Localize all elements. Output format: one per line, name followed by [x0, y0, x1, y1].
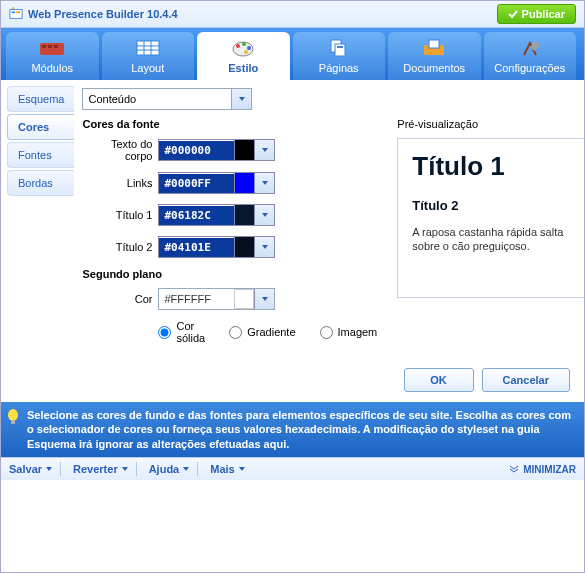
check-icon	[508, 9, 518, 19]
chevron-down-icon	[261, 212, 269, 218]
radio-image[interactable]: Imagem	[320, 320, 378, 344]
layout-icon	[134, 37, 162, 59]
hint-bar: Selecione as cores de fundo e das fontes…	[1, 402, 584, 457]
svg-point-16	[244, 50, 248, 54]
preview-title: Pré-visualização	[397, 118, 585, 130]
chevron-down-icon	[238, 96, 246, 102]
svg-rect-1	[12, 11, 16, 13]
pages-icon	[325, 37, 353, 59]
links-input[interactable]	[159, 174, 234, 193]
app-title: Web Presence Builder 10.4.4	[28, 8, 178, 20]
title2-input[interactable]	[159, 238, 234, 257]
body-text-input[interactable]	[159, 141, 234, 160]
tab-pages[interactable]: Páginas	[293, 32, 386, 80]
main-area: Esquema Cores Fontes Bordas Cores da fon…	[1, 80, 584, 356]
bg-type-radios: Cor sólida Gradiente Imagem	[158, 320, 377, 344]
chevron-down-icon	[182, 466, 190, 472]
title1-label: Título 1	[82, 209, 152, 221]
ok-button[interactable]: OK	[404, 368, 474, 392]
radio-gradient[interactable]: Gradiente	[229, 320, 295, 344]
footer-bar: Salvar Reverter Ajuda Mais MINIMIZAR	[1, 457, 584, 480]
minimize-button[interactable]: MINIMIZAR	[509, 464, 576, 475]
preview-box: Título 1 Título 2 A raposa castanha rápi…	[397, 138, 585, 298]
main-tabs: Módulos Layout Estilo Páginas Documentos…	[1, 28, 584, 80]
sidebar-item-scheme[interactable]: Esquema	[7, 86, 74, 112]
field-links: Links	[82, 172, 377, 194]
publish-label: Publicar	[522, 8, 565, 20]
dropdown-arrow-button[interactable]	[231, 89, 251, 109]
tab-documents[interactable]: Documentos	[388, 32, 481, 80]
tab-settings[interactable]: Configurações	[484, 32, 577, 80]
sidebar: Esquema Cores Fontes Bordas	[1, 80, 74, 356]
body-text-label: Texto do corpo	[82, 138, 152, 162]
publish-button[interactable]: Publicar	[497, 4, 576, 24]
sidebar-item-fonts[interactable]: Fontes	[7, 142, 74, 168]
chevron-down-icon	[261, 244, 269, 250]
footer-revert[interactable]: Reverter	[73, 462, 137, 476]
title2-picker-button[interactable]	[254, 237, 274, 257]
svg-rect-3	[40, 43, 64, 55]
chevron-down-icon	[121, 466, 129, 472]
hint-text: Selecione as cores de fundo e das fontes…	[27, 409, 571, 450]
svg-rect-19	[337, 46, 343, 48]
background-title: Segundo plano	[82, 268, 377, 280]
footer-help[interactable]: Ajuda	[149, 462, 199, 476]
title1-input[interactable]	[159, 206, 234, 225]
lightbulb-icon	[6, 408, 20, 426]
svg-rect-5	[48, 45, 52, 48]
tab-style[interactable]: Estilo	[197, 32, 290, 80]
app-icon	[9, 7, 23, 21]
titlebar: Web Presence Builder 10.4.4 Publicar	[1, 1, 584, 28]
chevron-down-icon	[45, 466, 53, 472]
preview-h1: Título 1	[412, 151, 585, 182]
field-body-text: Texto do corpo	[82, 138, 377, 162]
links-label: Links	[82, 177, 152, 189]
chevron-down-icon	[261, 147, 269, 153]
svg-rect-23	[11, 420, 15, 424]
chevron-down-icon	[238, 466, 246, 472]
tab-modules[interactable]: Módulos	[6, 32, 99, 80]
svg-point-13	[236, 44, 240, 48]
footer-save[interactable]: Salvar	[9, 462, 61, 476]
title2-swatch[interactable]	[234, 237, 254, 257]
modules-icon	[38, 37, 66, 59]
svg-rect-6	[54, 45, 58, 48]
title1-swatch[interactable]	[234, 205, 254, 225]
font-colors-title: Cores da fonte	[82, 118, 377, 130]
content-panel: Cores da fonte Texto do corpo Links	[74, 80, 585, 356]
svg-rect-18	[335, 44, 345, 56]
bg-color-swatch[interactable]	[234, 289, 254, 309]
field-title2: Título 2	[82, 236, 377, 258]
svg-point-14	[242, 42, 246, 46]
content-dropdown[interactable]	[82, 88, 252, 110]
bg-color-label: Cor	[82, 293, 152, 305]
title2-label: Título 2	[82, 241, 152, 253]
radio-solid[interactable]: Cor sólida	[158, 320, 205, 344]
style-icon	[229, 37, 257, 59]
preview-body: A raposa castanha rápida salta sobre o c…	[412, 225, 585, 254]
tab-layout[interactable]: Layout	[102, 32, 195, 80]
footer-more[interactable]: Mais	[210, 463, 245, 475]
sidebar-item-borders[interactable]: Bordas	[7, 170, 74, 196]
preview-h2: Título 2	[412, 198, 585, 213]
dialog-buttons: OK Cancelar	[1, 356, 584, 402]
body-text-swatch[interactable]	[234, 140, 254, 160]
svg-point-22	[8, 409, 18, 421]
bg-color-picker-button[interactable]	[254, 289, 274, 309]
chevron-double-down-icon	[509, 465, 519, 473]
links-swatch[interactable]	[234, 173, 254, 193]
svg-rect-4	[42, 45, 46, 48]
chevron-down-icon	[261, 296, 269, 302]
svg-rect-21	[429, 40, 439, 48]
cancel-button[interactable]: Cancelar	[482, 368, 570, 392]
chevron-down-icon	[261, 180, 269, 186]
content-dropdown-input[interactable]	[83, 90, 231, 108]
sidebar-item-colors[interactable]: Cores	[7, 114, 74, 140]
svg-rect-0	[10, 10, 22, 19]
body-text-picker-button[interactable]	[254, 140, 274, 160]
links-picker-button[interactable]	[254, 173, 274, 193]
svg-rect-7	[137, 41, 159, 55]
bg-color-input[interactable]	[159, 290, 234, 308]
title1-picker-button[interactable]	[254, 205, 274, 225]
svg-rect-2	[16, 11, 20, 13]
